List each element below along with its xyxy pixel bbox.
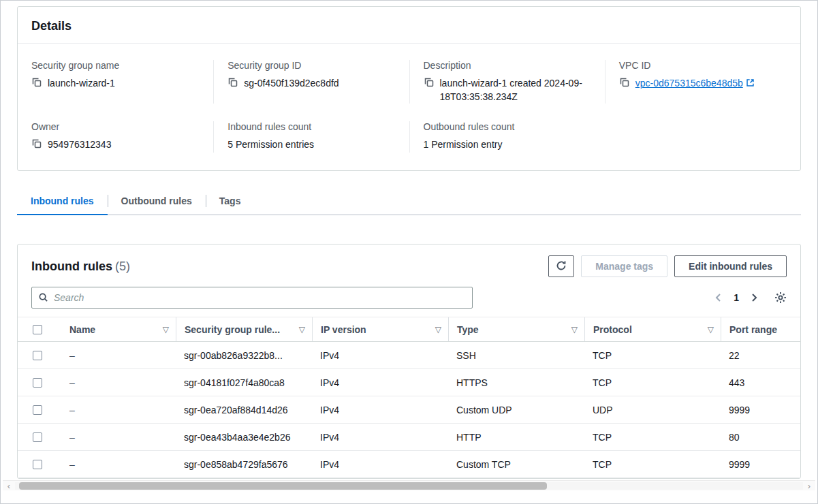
table-scroll-container: Name▽ Security group rule...▽ IP version… bbox=[18, 317, 800, 478]
cell-name: – bbox=[61, 405, 176, 415]
cell-port-range: 443 bbox=[721, 377, 800, 388]
next-page-button[interactable] bbox=[749, 292, 759, 303]
previous-page-button[interactable] bbox=[713, 292, 724, 303]
cell-name: – bbox=[61, 459, 176, 470]
inbound-rules-count-badge: (5) bbox=[115, 259, 130, 273]
row-checkbox[interactable] bbox=[33, 432, 42, 442]
field-label: Security group ID bbox=[227, 60, 395, 71]
table-row: – sgr-00ab826a9322b8... IPv4 SSH TCP 22 bbox=[18, 342, 800, 369]
cell-security-group-rule-id: sgr-0e858ab4729fa5676 bbox=[176, 459, 312, 470]
field-inbound-rules-count: Inbound rules count 5 Permission entries bbox=[213, 121, 409, 153]
select-all-checkbox[interactable] bbox=[33, 325, 42, 334]
field-label: Owner bbox=[31, 121, 200, 132]
inbound-rules-table: Name▽ Security group rule...▽ IP version… bbox=[18, 317, 800, 478]
column-header-security-group-rule: Security group rule...▽ bbox=[176, 317, 312, 341]
copy-icon[interactable] bbox=[424, 77, 435, 91]
description-value: launch-wizard-1 created 2024-09-18T03:35… bbox=[440, 76, 591, 104]
inbound-rules-panel: Inbound rules(5) Manage tags Edit inboun… bbox=[17, 244, 801, 479]
search-input[interactable] bbox=[31, 287, 473, 309]
cell-ip-version: IPv4 bbox=[312, 350, 448, 361]
details-panel: Details Security group name launch-wizar… bbox=[17, 6, 801, 171]
filter-icon[interactable]: ▽ bbox=[702, 325, 714, 334]
scrollbar-thumb[interactable] bbox=[19, 482, 547, 490]
table-body: – sgr-00ab826a9322b8... IPv4 SSH TCP 22 … bbox=[18, 342, 800, 478]
header-actions: Manage tags Edit inbound rules bbox=[548, 255, 787, 277]
tab-bar: Inbound rules Outbound rules Tags bbox=[17, 189, 801, 215]
search-box bbox=[31, 287, 473, 309]
field-label: Inbound rules count bbox=[227, 121, 395, 132]
column-header-type: Type▽ bbox=[448, 317, 584, 341]
cell-port-range: 9999 bbox=[721, 405, 800, 415]
outbound-rules-count-value: 1 Permission entry bbox=[424, 138, 503, 151]
row-checkbox[interactable] bbox=[33, 405, 42, 415]
table-row: – sgr-0ea43b4aa3e4e2b26 IPv4 HTTP TCP 80 bbox=[18, 424, 800, 451]
owner-value: 954976312343 bbox=[48, 138, 111, 151]
filter-icon[interactable]: ▽ bbox=[566, 325, 578, 334]
field-security-group-name: Security group name launch-wizard-1 bbox=[18, 60, 213, 104]
field-owner: Owner 954976312343 bbox=[18, 121, 213, 153]
cell-name: – bbox=[61, 432, 176, 443]
filter-icon[interactable]: ▽ bbox=[157, 325, 169, 334]
field-label: Description bbox=[424, 60, 591, 71]
external-link-icon bbox=[746, 78, 755, 89]
row-checkbox[interactable] bbox=[33, 460, 42, 469]
settings-icon[interactable] bbox=[774, 292, 787, 304]
edit-inbound-rules-button[interactable]: Edit inbound rules bbox=[674, 255, 787, 277]
field-label: VPC ID bbox=[619, 60, 787, 71]
copy-icon[interactable] bbox=[227, 77, 238, 91]
scroll-left-icon[interactable]: ‹ bbox=[3, 482, 15, 490]
copy-icon[interactable] bbox=[31, 138, 42, 153]
tab-inbound-rules[interactable]: Inbound rules bbox=[17, 189, 108, 215]
column-header-port-range: Port range▽ bbox=[721, 317, 800, 341]
field-security-group-id: Security group ID sg-0f450f139d2ec8dfd bbox=[213, 60, 409, 104]
table-row: – sgr-0ea720af884d14d26 IPv4 Custom UDP … bbox=[18, 396, 800, 424]
inbound-rules-count-value: 5 Permission entries bbox=[227, 138, 314, 151]
field-label: Outbound rules count bbox=[424, 121, 591, 132]
table-header-row: Name▽ Security group rule...▽ IP version… bbox=[18, 317, 800, 342]
cell-port-range: 22 bbox=[721, 350, 800, 361]
tab-outbound-rules[interactable]: Outbound rules bbox=[108, 189, 206, 215]
field-label: Security group name bbox=[31, 60, 200, 71]
scroll-right-icon[interactable]: › bbox=[803, 482, 815, 490]
details-panel-header: Details bbox=[18, 7, 800, 44]
table-row: – sgr-04181f027f4a80ca8 IPv4 HTTPS TCP 4… bbox=[18, 369, 800, 396]
cell-type: SSH bbox=[448, 350, 584, 361]
cell-protocol: TCP bbox=[584, 432, 721, 443]
column-header-name: Name▽ bbox=[61, 317, 176, 341]
details-title: Details bbox=[31, 19, 787, 33]
row-checkbox[interactable] bbox=[33, 351, 42, 360]
refresh-button[interactable] bbox=[548, 255, 574, 277]
cell-protocol: TCP bbox=[584, 459, 721, 470]
cell-ip-version: IPv4 bbox=[312, 459, 448, 470]
refresh-icon bbox=[556, 260, 567, 273]
cell-port-range: 80 bbox=[721, 432, 800, 443]
security-group-id-value: sg-0f450f139d2ec8dfd bbox=[244, 76, 339, 90]
page-number[interactable]: 1 bbox=[734, 292, 739, 303]
filter-icon[interactable]: ▽ bbox=[294, 325, 305, 334]
field-outbound-rules-count: Outbound rules count 1 Permission entry bbox=[409, 121, 605, 153]
cell-name: – bbox=[61, 350, 176, 361]
manage-tags-button[interactable]: Manage tags bbox=[581, 255, 667, 277]
horizontal-scrollbar[interactable]: ‹ › bbox=[3, 480, 815, 490]
copy-icon[interactable] bbox=[619, 77, 630, 91]
cell-security-group-rule-id: sgr-00ab826a9322b8... bbox=[176, 350, 312, 361]
cell-name: – bbox=[61, 377, 176, 388]
column-header-ip-version: IP version▽ bbox=[312, 317, 448, 341]
cell-type: HTTPS bbox=[448, 377, 584, 388]
cell-security-group-rule-id: sgr-0ea43b4aa3e4e2b26 bbox=[176, 432, 312, 443]
details-grid: Security group name launch-wizard-1 Secu… bbox=[18, 44, 800, 170]
copy-icon[interactable] bbox=[31, 77, 42, 91]
inbound-rules-header: Inbound rules(5) Manage tags Edit inboun… bbox=[18, 245, 800, 285]
pagination: 1 bbox=[713, 292, 787, 304]
scrollbar-track[interactable] bbox=[15, 482, 803, 490]
cell-protocol: TCP bbox=[584, 350, 721, 361]
cell-type: Custom TCP bbox=[448, 459, 584, 470]
filter-icon[interactable]: ▽ bbox=[430, 325, 441, 334]
table-toolbar: 1 bbox=[18, 285, 800, 317]
cell-protocol: TCP bbox=[584, 377, 721, 388]
tab-tags[interactable]: Tags bbox=[206, 189, 255, 215]
row-checkbox[interactable] bbox=[33, 378, 42, 388]
vpc-id-link[interactable]: vpc-0d675315c6be48d5b bbox=[635, 78, 743, 89]
cell-type: HTTP bbox=[448, 432, 584, 443]
cell-ip-version: IPv4 bbox=[312, 377, 448, 388]
